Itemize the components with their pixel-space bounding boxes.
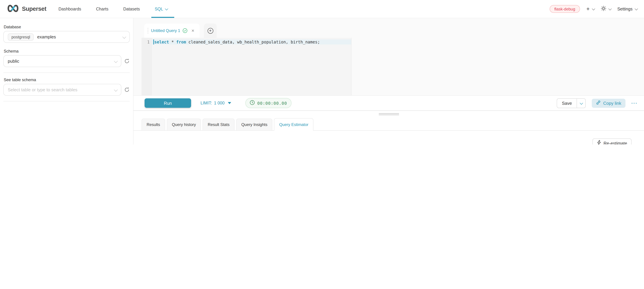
superset-sql-lab: Superset Dashboards Charts Datasets SQL … [0,0,644,144]
settings-label: Settings [618,6,632,11]
settings-menu[interactable]: Settings [618,6,637,11]
caret-down-icon [228,102,231,104]
save-button[interactable]: Save [557,98,576,108]
nav-item-dashboards[interactable]: Dashboards [58,0,81,18]
save-split-button[interactable]: Save [557,98,586,108]
database-engine-tag: postgresql [8,33,34,40]
query-tab-bar: Untitled Query 1 ✕ + [134,18,644,38]
editor-print-margin [351,38,352,95]
navbar-right: flask-debug + Settings [550,5,637,13]
tab-query-history[interactable]: Query history [167,119,201,130]
elapsed-time: 00:00:00.00 [257,101,287,106]
line-number: 1 [142,40,150,44]
sql-keyword: select [154,40,169,44]
table-select[interactable]: Select table or type to search tables [3,84,121,96]
query-timer: 00:00:00.00 [246,98,292,108]
plus-icon: + [586,6,590,12]
editor-cursor [153,39,154,44]
table-schema-label: See table schema [4,77,130,82]
limit-dropdown[interactable]: LIMIT: 1 000 [200,101,231,105]
refresh-tables-button[interactable] [124,87,130,93]
chevron-down-icon [114,88,118,91]
results-tab-bar: Results Query history Result Stats Query… [134,117,644,131]
schema-value: public [8,59,19,64]
sqllab-sidebar: Database postgresql examples Schema publ… [0,18,134,144]
superset-logo[interactable]: Superset [7,4,46,14]
chevron-down-icon [592,7,595,10]
sidebar-divider [3,72,130,73]
limit-label: LIMIT: [200,101,212,105]
chevron-down-icon [122,35,126,38]
main-nav: Dashboards Charts Datasets SQL [58,0,182,18]
navbar: Superset Dashboards Charts Datasets SQL … [0,0,644,18]
chevron-down-icon [608,7,612,10]
sql-code-line[interactable]: select * from cleaned_sales_data, wb_hea… [154,40,320,44]
reestimate-label: Re-estimate [604,141,627,144]
editor-content-area [152,38,351,95]
reestimate-button[interactable]: Re-estimate [592,138,632,144]
superset-infinity-icon [7,4,19,14]
clock-icon [250,100,255,106]
database-select[interactable]: postgresql examples [3,31,130,43]
plus-circle-icon: + [208,28,213,33]
save-options-caret[interactable] [577,98,585,108]
tab-result-stats[interactable]: Result Stats [203,119,234,130]
tab-results[interactable]: Results [142,119,165,130]
chevron-down-icon [580,101,583,105]
schema-label: Schema [4,49,130,53]
drag-handle-icon[interactable] [148,28,148,33]
chevron-down-icon [114,59,118,63]
brand-name: Superset [22,5,46,12]
nav-item-sql[interactable]: SQL [155,0,168,18]
tab-query-estimator[interactable]: Query Estimator [274,118,314,131]
sql-text: cleaned_sales_data, wb_health_population… [186,40,320,44]
panel-gap [134,111,644,117]
editor-gutter [142,38,152,95]
tab-query-insights[interactable]: Query Insights [236,119,272,130]
new-query-tab-button[interactable]: + [204,23,217,38]
query-tab[interactable]: Untitled Query 1 ✕ [144,23,200,38]
link-icon [596,100,601,106]
add-menu-button[interactable]: + [586,6,594,12]
close-tab-icon[interactable]: ✕ [191,28,194,33]
table-select-placeholder: Select table or type to search tables [8,87,77,92]
copy-link-label: Copy link [603,101,621,106]
run-query-button[interactable]: Run [144,98,191,108]
nav-item-charts[interactable]: Charts [96,0,108,18]
query-tab-title: Untitled Query 1 [151,28,180,33]
sql-keyword: from [176,40,186,44]
nav-item-datasets[interactable]: Datasets [123,0,140,18]
editor-toolbar: Run LIMIT: 1 000 00:00:00.00 [134,95,644,111]
refresh-schemas-button[interactable] [124,58,130,64]
chevron-down-icon [165,7,168,10]
sidebar-divider [3,101,130,101]
environment-badge: flask-debug [550,5,580,13]
sql-editor[interactable]: 1 select * from cleaned_sales_data, wb_h… [134,38,644,95]
query-estimator-panel: Re-estimate RESOURCE IMPACT Critical MET… [134,131,644,144]
sun-icon [601,5,606,12]
limit-value: 1 000 [214,101,224,105]
check-circle-icon [182,28,187,33]
database-value: examples [37,34,56,39]
schema-select[interactable]: public [3,55,121,67]
theme-toggle-button[interactable] [601,5,611,12]
more-actions-button[interactable]: ··· [631,100,638,106]
database-label: Database [4,24,130,29]
sqllab-main: Untitled Query 1 ✕ + [134,18,644,144]
chevron-down-icon [635,7,638,10]
sql-text: * [169,40,176,44]
lightning-icon [597,140,601,144]
copy-link-button[interactable]: Copy link [592,98,625,108]
resize-handle[interactable] [378,113,399,116]
